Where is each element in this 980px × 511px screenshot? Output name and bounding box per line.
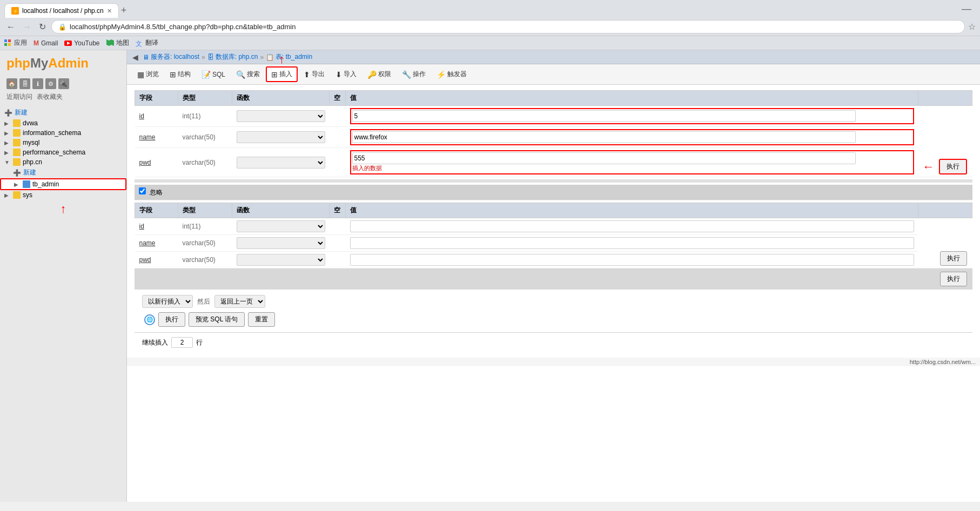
func-select-id2[interactable]: [237, 220, 325, 232]
func-select-pwd2[interactable]: [237, 254, 325, 266]
svg-rect-5: [8, 43, 11, 46]
exec2-bar: 执行: [135, 268, 972, 290]
sidebar-item-phpcn[interactable]: ▼ php.cn: [0, 157, 126, 167]
value-input-name2[interactable]: [350, 237, 914, 249]
new-top-label: 新建: [15, 108, 28, 117]
toolbar-operations-button[interactable]: 🔧 操作: [397, 67, 431, 82]
reset-button[interactable]: 重置: [248, 312, 275, 327]
sidebar-home-icon[interactable]: 🏠: [6, 78, 17, 89]
insert-icon: ⊞: [271, 70, 278, 79]
func-select-name2[interactable]: [237, 237, 325, 249]
privileges-label: 权限: [378, 70, 391, 79]
db-name-phpcn: php.cn: [23, 158, 42, 166]
expand-dvwa-icon: ▶: [4, 120, 11, 126]
toolbar-structure-button[interactable]: ⊞ 结构: [165, 67, 196, 82]
toolbar-arrow-annotation: ↑: [279, 52, 285, 66]
toolbar-triggers-button[interactable]: ⚡ 触发器: [432, 67, 472, 82]
toolbar-export-button[interactable]: ⬆ 导出: [299, 67, 330, 82]
bookmark-gmail[interactable]: M Gmail: [33, 39, 58, 47]
col2-header-field: 字段: [135, 203, 178, 218]
sidebar-item-tb-admin[interactable]: ▶ tb_admin: [0, 178, 126, 190]
db-name-dvwa: dvwa: [23, 119, 38, 127]
bookmark-gmail-label: Gmail: [41, 39, 58, 47]
tab-favicon: ⚡: [11, 7, 19, 15]
expand-mysql-icon: ▶: [4, 140, 11, 146]
preview-sql-button[interactable]: 预览 SQL 语句: [189, 312, 245, 327]
sidebar-labels: 近期访问 表收藏夹: [0, 91, 126, 105]
value-input-name1[interactable]: [352, 131, 856, 143]
sidebar-ext-icon[interactable]: 🔌: [58, 78, 69, 89]
value-input-id1[interactable]: [352, 110, 856, 122]
continue-input[interactable]: [171, 337, 193, 348]
url-text: localhost/phpMyAdmin4.8.5/tbl_change.php…: [70, 23, 958, 31]
back-button[interactable]: ←: [4, 21, 17, 33]
breadcrumb-collapse-button[interactable]: ◀: [132, 53, 138, 62]
breadcrumb-table[interactable]: 📋 表: tb_admin: [266, 52, 312, 62]
insert-mode-select[interactable]: 以新行插入: [142, 295, 193, 308]
exec-button-2[interactable]: 执行: [940, 251, 967, 266]
bookmark-youtube[interactable]: YouTube: [64, 39, 99, 47]
db-icon-sys: [13, 191, 21, 199]
sidebar-item-dvwa[interactable]: ▶ dvwa: [0, 118, 126, 128]
sidebar-info-icon[interactable]: ℹ: [32, 78, 43, 89]
recent-label[interactable]: 近期访问: [6, 92, 32, 102]
toolbar-sql-button[interactable]: 📝 SQL: [197, 68, 230, 82]
new-tab-button[interactable]: +: [121, 5, 127, 16]
browser-chrome: ⚡ localhost / localhost / php.cn ✕ + — ←…: [0, 0, 980, 50]
ignore-checkbox[interactable]: [139, 187, 146, 194]
tab-close-button[interactable]: ✕: [107, 8, 112, 15]
toolbar-insert-button[interactable]: ⊞ 插入 ↑: [266, 66, 298, 82]
exec2-row: 执行: [135, 268, 972, 290]
bookmark-maps[interactable]: 地图: [106, 38, 129, 48]
func-select-pwd1[interactable]: [237, 157, 325, 169]
exec-button-1[interactable]: 执行: [939, 159, 967, 174]
bookmark-translate[interactable]: 文 翻译: [136, 38, 158, 48]
active-tab[interactable]: ⚡ localhost / localhost / php.cn ✕: [4, 3, 119, 18]
sidebar-db-icon[interactable]: 🗄: [19, 78, 30, 89]
breadcrumb-db[interactable]: 🗄 数据库: php.cn: [207, 52, 258, 62]
field-name-pwd1: pwd: [139, 159, 151, 166]
func-select-id1[interactable]: [237, 110, 325, 122]
forward-button[interactable]: →: [21, 21, 33, 33]
sidebar-new-phpcn[interactable]: ➕ 新建: [0, 167, 126, 178]
value-input-id2[interactable]: [350, 220, 914, 232]
sidebar-item-mysql[interactable]: ▶ mysql: [0, 138, 126, 147]
minimize-button[interactable]: —: [962, 3, 971, 15]
db-bc-icon: 🗄: [207, 53, 214, 61]
breadcrumb-server[interactable]: 🖥 服务器: localhost: [143, 52, 199, 62]
structure-label: 结构: [178, 70, 191, 79]
sidebar-new-top[interactable]: ➕ 新建: [0, 107, 126, 118]
sidebar-item-sys[interactable]: ▶ sys: [0, 190, 126, 200]
toolbar-privileges-button[interactable]: 🔑 权限: [363, 67, 396, 82]
ignore-label: 忽略: [150, 189, 163, 196]
sidebar-settings-icon[interactable]: ⚙: [45, 78, 56, 89]
sidebar-item-info-schema[interactable]: ▶ information_schema: [0, 128, 126, 138]
row-label: 行: [196, 338, 203, 347]
sidebar-item-perf[interactable]: ▶ performance_schema: [0, 147, 126, 157]
toolbar-import-button[interactable]: ⬇ 导入: [331, 67, 361, 82]
toolbar-search-button[interactable]: 🔍 搜索: [231, 67, 265, 82]
value-input-pwd2[interactable]: [350, 254, 914, 266]
bookmark-youtube-label: YouTube: [74, 39, 99, 47]
value-input-pwd1[interactable]: [352, 152, 856, 164]
then-select[interactable]: 返回上一页: [214, 295, 265, 308]
import-label: 导入: [344, 70, 357, 79]
globe-icon: 🌐: [144, 314, 155, 325]
pma-logo: phpMyAdmin: [0, 50, 126, 76]
bottom-exec-button[interactable]: 执行: [158, 312, 185, 327]
favorites-label[interactable]: 表收藏夹: [37, 92, 63, 102]
url-bar[interactable]: 🔒 localhost/phpMyAdmin4.8.5/tbl_change.p…: [51, 20, 965, 33]
maps-icon: [106, 39, 114, 47]
svg-text:文: 文: [136, 40, 142, 47]
exec-button-2b[interactable]: 执行: [940, 272, 967, 286]
search-icon: 🔍: [236, 70, 245, 79]
window-controls: —: [962, 3, 976, 18]
db-name-sys: sys: [23, 191, 32, 199]
svg-marker-8: [106, 39, 114, 46]
toolbar-browse-button[interactable]: ▦ 浏览: [132, 67, 164, 82]
bookmark-star-button[interactable]: ☆: [968, 22, 976, 32]
form2-row-name: name varchar(50): [135, 235, 972, 252]
bookmark-apps[interactable]: 应用: [4, 38, 27, 48]
refresh-button[interactable]: ↻: [37, 21, 48, 33]
func-select-name1[interactable]: [237, 131, 325, 143]
